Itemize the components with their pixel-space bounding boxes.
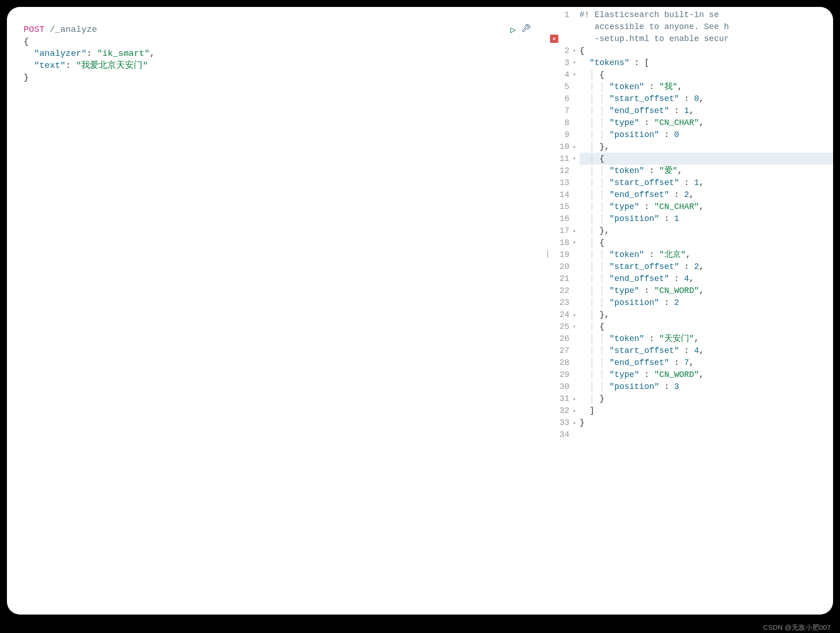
request-code[interactable]: POST /_analyze{ "analyzer": "ik_smart", … — [24, 24, 531, 84]
fold-icon[interactable]: ▾ — [571, 69, 576, 81]
line-number-gutter: 12▾3▾4▾5678910▴11▾121314151617▴18▾192021… — [547, 7, 580, 615]
line-number: 14 — [547, 189, 576, 201]
line-number: 31▴ — [547, 393, 576, 405]
code-line[interactable]: ] — [580, 405, 833, 417]
code-line[interactable]: } — [580, 417, 833, 429]
code-line[interactable]: │ { — [580, 69, 833, 81]
code-line[interactable]: │ │ "end_offset" : 2, — [580, 189, 833, 201]
fold-icon[interactable]: ▴ — [571, 405, 576, 417]
line-number: 28 — [547, 357, 576, 369]
code-line[interactable]: │ │ "token" : "我", — [580, 81, 833, 93]
line-number: 26 — [547, 333, 576, 345]
code-line[interactable]: │ { — [580, 237, 833, 249]
fold-icon[interactable]: ▾ — [571, 153, 576, 165]
response-code[interactable]: #! Elasticsearch built-in se accessible … — [580, 7, 833, 615]
code-line[interactable]: accessible to anyone. See h — [580, 21, 833, 33]
line-number: 22 — [547, 285, 576, 297]
code-line[interactable]: │ { — [580, 153, 833, 165]
code-line[interactable]: │ │ "token" : "天安门", — [580, 333, 833, 345]
fold-icon[interactable]: ▾ — [571, 237, 576, 249]
line-number: 18▾ — [547, 237, 576, 249]
fold-icon[interactable]: ▴ — [571, 309, 576, 321]
code-line[interactable] — [580, 429, 833, 441]
run-icon[interactable]: ▷ — [510, 24, 516, 36]
line-number: 33▴ — [547, 417, 576, 429]
line-number: 8 — [547, 117, 576, 129]
code-line[interactable]: │ │ "position" : 2 — [580, 297, 833, 309]
code-line[interactable]: │ │ "type" : "CN_WORD", — [580, 369, 833, 381]
code-line[interactable]: │ }, — [580, 141, 833, 153]
code-line[interactable]: │ │ "start_offset" : 1, — [580, 177, 833, 189]
watermark: CSDN @无敌小肥007 — [763, 623, 831, 632]
code-line[interactable]: │ }, — [580, 309, 833, 321]
line-number: 24▴ — [547, 309, 576, 321]
editor-container: ▷ POST /_analyze{ "analyzer": "ik_smart"… — [7, 7, 833, 615]
code-line[interactable]: │ │ "type" : "CN_WORD", — [580, 285, 833, 297]
fold-icon[interactable]: ▴ — [571, 417, 576, 429]
code-line[interactable]: #! Elasticsearch built-in se — [580, 9, 833, 21]
line-number: 15 — [547, 201, 576, 213]
line-number: 17▴ — [547, 225, 576, 237]
code-line[interactable]: │ │ "start_offset" : 4, — [580, 345, 833, 357]
code-line[interactable]: "tokens" : [ — [580, 57, 833, 69]
fold-icon[interactable]: ▾ — [571, 45, 576, 57]
code-line[interactable]: │ │ "start_offset" : 0, — [580, 93, 833, 105]
fold-icon[interactable]: ▴ — [571, 393, 576, 405]
line-number: 19 — [547, 249, 576, 261]
code-line[interactable]: { — [580, 45, 833, 57]
line-number: 32▴ — [547, 405, 576, 417]
fold-icon[interactable]: ▴ — [571, 225, 576, 237]
line-number: 9 — [547, 129, 576, 141]
line-number: 30 — [547, 381, 576, 393]
action-icons: ▷ — [510, 24, 531, 36]
code-line[interactable]: │ │ "start_offset" : 2, — [580, 261, 833, 273]
line-number: 23 — [547, 297, 576, 309]
line-number: 4▾ — [547, 69, 576, 81]
fold-icon[interactable]: ▴ — [571, 141, 576, 153]
line-number: 11▾ — [547, 153, 576, 165]
line-number: 20 — [547, 261, 576, 273]
code-line[interactable]: -setup.html to enable secur — [580, 33, 833, 45]
line-number: 34 — [547, 429, 576, 441]
fold-icon[interactable]: ▾ — [571, 321, 576, 333]
code-line[interactable]: │ │ "end_offset" : 4, — [580, 273, 833, 285]
code-line[interactable]: │ { — [580, 321, 833, 333]
code-line[interactable]: │ │ "end_offset" : 1, — [580, 105, 833, 117]
code-line[interactable]: │ │ "position" : 3 — [580, 381, 833, 393]
code-line[interactable]: │ │ "token" : "北京", — [580, 249, 833, 261]
line-number: 16 — [547, 213, 576, 225]
line-number: 29 — [547, 369, 576, 381]
code-line[interactable]: │ │ "type" : "CN_CHAR", — [580, 117, 833, 129]
line-number: 1 — [547, 9, 576, 21]
line-number: 27 — [547, 345, 576, 357]
code-line[interactable]: │ │ "end_offset" : 7, — [580, 357, 833, 369]
line-number: 10▴ — [547, 141, 576, 153]
fold-icon[interactable]: ▾ — [571, 57, 576, 69]
code-line[interactable]: │ │ "position" : 0 — [580, 129, 833, 141]
line-number: 25▾ — [547, 321, 576, 333]
line-number: 3▾ — [547, 57, 576, 69]
line-number: 13 — [547, 177, 576, 189]
line-number: 2▾ — [547, 45, 576, 57]
code-line[interactable]: │ │ "token" : "爱", — [580, 165, 833, 177]
request-editor[interactable]: ▷ POST /_analyze{ "analyzer": "ik_smart"… — [7, 7, 547, 615]
line-number — [547, 21, 576, 33]
code-line[interactable]: │ │ "position" : 1 — [580, 213, 833, 225]
line-number: 6 — [547, 93, 576, 105]
line-number: 21 — [547, 273, 576, 285]
line-number: 5 — [547, 81, 576, 93]
error-gutter: ✕ — [547, 33, 561, 45]
divider-handle[interactable]: ‖ — [547, 249, 549, 258]
line-number: 7 — [547, 105, 576, 117]
code-line[interactable]: │ │ "type" : "CN_CHAR", — [580, 201, 833, 213]
error-icon[interactable]: ✕ — [550, 35, 558, 43]
code-line[interactable]: │ } — [580, 393, 833, 405]
code-line[interactable]: │ }, — [580, 225, 833, 237]
wrench-icon[interactable] — [521, 24, 531, 36]
response-panel: ✕ ‖ 12▾3▾4▾5678910▴11▾121314151617▴18▾19… — [547, 7, 833, 615]
line-number: 12 — [547, 165, 576, 177]
